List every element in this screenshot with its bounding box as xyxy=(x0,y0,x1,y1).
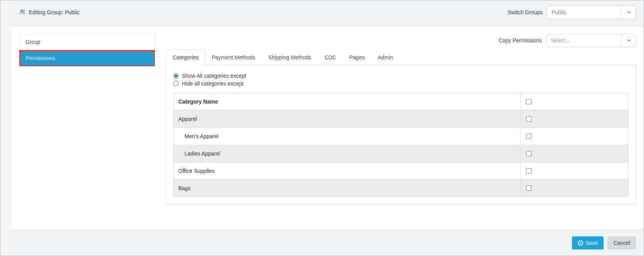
tab-admin[interactable]: Admin xyxy=(371,49,400,65)
copy-permissions-select[interactable]: Select... xyxy=(546,34,636,47)
tab-label: Pages xyxy=(349,54,365,60)
select-all-checkbox[interactable] xyxy=(526,99,532,104)
visibility-radios: Show All categories except Hide all cate… xyxy=(173,72,629,87)
tab-label: Payment Methods xyxy=(212,54,255,60)
category-checkbox[interactable] xyxy=(526,151,532,156)
radio-hide-all[interactable]: Hide all categories except xyxy=(173,80,629,87)
page-title: Editing Group: Public xyxy=(29,9,80,15)
table-row: Office Supplies xyxy=(174,162,628,180)
page-header: Editing Group: Public Switch Groups Publ… xyxy=(11,0,644,26)
category-name: Ladies Apparel xyxy=(174,145,520,162)
save-icon xyxy=(578,240,583,246)
tab-label: Categories xyxy=(173,54,199,60)
table-row: Bags xyxy=(174,180,628,197)
category-checkbox[interactable] xyxy=(526,186,532,191)
table-header-check xyxy=(520,93,628,110)
categories-table: Category Name Apparel Men's Apparel xyxy=(173,93,629,197)
sidebar: Group Permissions xyxy=(19,34,155,222)
content-area: Copy Permissions Select... Categories Pa… xyxy=(166,34,636,222)
radio-hide-input[interactable] xyxy=(173,81,179,86)
tab-categories[interactable]: Categories xyxy=(166,49,205,65)
sidebar-item-permissions[interactable]: Permissions xyxy=(19,50,155,66)
tab-shipping-methods[interactable]: Shipping Methods xyxy=(262,49,318,65)
table-row: Ladies Apparel xyxy=(174,145,628,162)
category-check-cell xyxy=(520,145,628,162)
category-name: Men's Apparel xyxy=(174,128,520,145)
category-check-cell xyxy=(520,162,628,179)
content-toolbar: Copy Permissions Select... xyxy=(166,34,636,47)
header-left: Editing Group: Public xyxy=(19,8,80,17)
radio-show-label: Show All categories except xyxy=(182,73,246,79)
svg-point-1 xyxy=(23,10,25,12)
tab-cdc[interactable]: CDC xyxy=(318,49,343,65)
copy-permissions-placeholder: Select... xyxy=(546,37,622,44)
category-check-cell xyxy=(520,128,628,145)
header-right: Switch Groups Public xyxy=(508,6,636,19)
table-header-row: Category Name xyxy=(174,93,628,110)
category-checkbox[interactable] xyxy=(526,134,532,139)
tab-label: Shipping Methods xyxy=(268,54,312,60)
table-row: Men's Apparel xyxy=(174,128,628,145)
category-check-cell xyxy=(520,110,628,127)
chevron-down-icon xyxy=(622,34,636,47)
tab-payment-methods[interactable]: Payment Methods xyxy=(205,49,262,65)
sidebar-list: Group Permissions xyxy=(19,34,155,67)
table-row: Apparel xyxy=(174,110,628,128)
svg-point-0 xyxy=(20,10,22,12)
switch-groups-label: Switch Groups xyxy=(508,9,543,15)
tab-pages[interactable]: Pages xyxy=(343,49,371,65)
tab-label: CDC xyxy=(325,54,336,60)
radio-show-input[interactable] xyxy=(173,73,179,79)
table-header-name: Category Name xyxy=(174,93,520,110)
category-checkbox[interactable] xyxy=(526,116,532,122)
sidebar-item-group[interactable]: Group xyxy=(19,34,155,50)
tab-panel-categories: Show All categories except Hide all cate… xyxy=(166,65,636,204)
category-name: Apparel xyxy=(174,110,520,127)
category-name: Office Supplies xyxy=(174,162,520,179)
cancel-button[interactable]: Cancel xyxy=(607,236,636,249)
app-frame: Editing Group: Public Switch Groups Publ… xyxy=(0,0,644,256)
radio-hide-label: Hide all categories except xyxy=(182,80,243,87)
copy-permissions-label: Copy Permissions xyxy=(498,37,542,44)
tabs: Categories Payment Methods Shipping Meth… xyxy=(166,49,636,65)
page-body: Group Permissions Copy Permissions Selec… xyxy=(11,26,644,230)
group-icon xyxy=(19,8,26,17)
switch-groups-value: Public xyxy=(547,9,622,15)
sidebar-item-label: Group xyxy=(25,39,40,45)
save-button-label: Save xyxy=(585,240,598,246)
chevron-down-icon xyxy=(622,6,636,18)
switch-groups-select[interactable]: Public xyxy=(547,6,636,19)
tab-label: Admin xyxy=(378,54,393,60)
page-footer: Save Cancel xyxy=(11,230,644,256)
main-area: Editing Group: Public Switch Groups Publ… xyxy=(11,0,644,256)
left-gutter xyxy=(0,0,11,256)
radio-show-all[interactable]: Show All categories except xyxy=(173,72,629,80)
sidebar-item-label: Permissions xyxy=(26,55,55,61)
save-button[interactable]: Save xyxy=(572,236,604,249)
category-checkbox[interactable] xyxy=(526,168,532,174)
category-check-cell xyxy=(520,180,628,197)
category-name: Bags xyxy=(174,180,520,197)
cancel-button-label: Cancel xyxy=(613,240,630,246)
